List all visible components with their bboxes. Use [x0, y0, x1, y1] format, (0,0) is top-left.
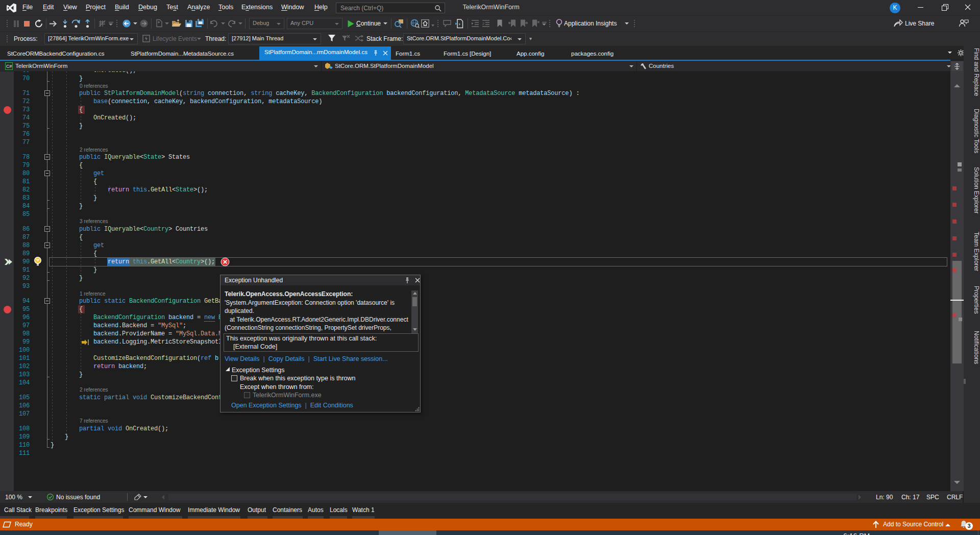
svg-text:C#: C#: [6, 64, 12, 69]
svg-text:2: 2: [482, 22, 484, 26]
